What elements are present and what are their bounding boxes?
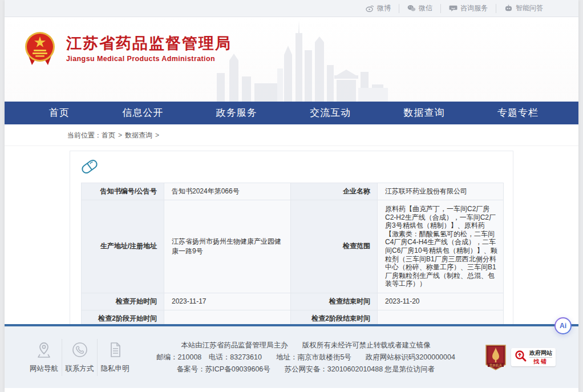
topbar-consult-label: 咨询服务 <box>460 3 488 13</box>
brand-text: 江苏省药品监督管理局 Jiangsu Medical Products Admi… <box>66 34 232 63</box>
breadcrumb: 当前位置：首页>数据查询> <box>5 124 578 146</box>
topbar-wechat-link[interactable]: 微信 <box>399 4 440 13</box>
phone-icon <box>72 341 88 360</box>
breadcrumb-home-link[interactable]: 首页 <box>102 131 115 139</box>
footer-info-text: 本站由江苏省药品监督管理局主办 版权所有未经许可禁止转载或者建立镜像 邮编：21… <box>132 340 485 375</box>
topbar-weibo-label: 微博 <box>377 3 391 13</box>
table-row: 告知书编号/公告号 告知书2024年第066号 企业名称 江苏联环药业股份有限公… <box>82 183 504 200</box>
topbar-qa-link[interactable]: 智能问答 <box>496 4 551 13</box>
topbar-wechat-label: 微信 <box>419 3 432 13</box>
footer-links: 网站导航 联系方式 隐私申明 <box>26 339 132 376</box>
gov-site-error-report-text: 政府网站 找错 <box>529 350 552 365</box>
footer-badges: 党政机关 政府网站 找错 <box>485 344 556 370</box>
party-gov-badge-text: 党政机关 <box>489 363 503 367</box>
chat-icon <box>449 5 458 12</box>
footer-contact-label: 联系方式 <box>66 364 94 374</box>
footer-contact-link[interactable]: 联系方式 <box>62 339 97 376</box>
topbar-consult-link[interactable]: 咨询服务 <box>440 4 496 13</box>
main-nav: 首页 信息公开 政务服务 交流互动 数据查询 专题专栏 <box>5 102 578 124</box>
document-icon <box>107 341 123 360</box>
gov-site-error-report-badge[interactable]: 政府网站 找错 <box>511 348 556 366</box>
table-row: 生产地址/注册地址 江苏省扬州市扬州生物健康产业园健康一路9号 检查范围 原料药… <box>82 200 504 293</box>
scope-label: 检查范围 <box>291 200 378 293</box>
end-date-label: 检查结束时间 <box>291 293 378 310</box>
address-value: 江苏省扬州市扬州生物健康产业园健康一路9号 <box>164 200 291 293</box>
notice-no-value: 告知书2024年第066号 <box>164 183 291 200</box>
nav-item-info-disclosure[interactable]: 信息公开 <box>122 102 163 124</box>
weibo-icon <box>366 5 374 12</box>
city-skyline-graphic <box>217 21 388 102</box>
national-emblem-logo <box>24 31 56 66</box>
party-gov-badge[interactable]: 党政机关 <box>485 344 507 370</box>
footer-sitemap-link[interactable]: 网站导航 <box>26 339 62 376</box>
footer-line-contact: 邮编：210008 电话：83273610 地址：南京市鼓楼街5号 政府网站标识… <box>132 351 479 363</box>
footer-line-host: 本站由江苏省药品监督管理局主办 版权所有未经许可禁止转载或者建立镜像 <box>132 340 479 351</box>
end-date-value: 2023-11-20 <box>378 293 504 310</box>
nav-item-home[interactable]: 首页 <box>49 102 70 124</box>
start-date-value: 2023-11-17 <box>164 293 291 310</box>
address-label: 生产地址/注册地址 <box>82 200 164 293</box>
nav-item-interaction[interactable]: 交流互动 <box>310 102 351 124</box>
footer-sitemap-label: 网站导航 <box>30 364 58 374</box>
topbar-weibo-link[interactable]: 微博 <box>358 4 399 13</box>
magnifier-icon <box>513 349 527 365</box>
footer-privacy-link[interactable]: 隐私申明 <box>97 339 132 376</box>
pill-capsule-icon <box>81 159 98 177</box>
wechat-icon <box>407 5 416 12</box>
company-value: 江苏联环药业股份有限公司 <box>378 183 504 200</box>
site-subtitle: Jiangsu Medical Products Administration <box>66 55 232 63</box>
page: 微博 微信 咨询服务 智能问答 <box>5 0 578 392</box>
ai-assistant-button[interactable]: Ai <box>554 317 572 334</box>
topbar-qa-label: 智能问答 <box>516 3 543 13</box>
notice-no-label: 告知书编号/公告号 <box>82 183 164 200</box>
company-label: 企业名称 <box>291 183 378 200</box>
site-banner: 江苏省药品监督管理局 Jiangsu Medical Products Admi… <box>5 17 578 102</box>
footer-privacy-label: 隐私申明 <box>101 364 129 374</box>
footer-line-icp: 备案号：苏ICP备09039606号 苏公网安备：32010602010488 … <box>132 363 479 375</box>
nav-item-special-topics[interactable]: 专题专栏 <box>497 102 539 124</box>
footer: Ai 网站导航 联系方式 隐私申明 本站由江苏省药品监督管理局主办 版权所有未经… <box>5 324 578 388</box>
nav-item-gov-services[interactable]: 政务服务 <box>216 102 257 124</box>
brand-block[interactable]: 江苏省药品监督管理局 Jiangsu Medical Products Admi… <box>24 31 232 66</box>
robot-icon <box>504 5 513 12</box>
table-row: 检查开始时间 2023-11-17 检查结束时间 2023-11-20 <box>82 293 504 310</box>
start-date-label: 检查开始时间 <box>82 293 164 310</box>
breadcrumb-data-query-link[interactable]: 数据查询 <box>125 131 152 139</box>
site-title: 江苏省药品监督管理局 <box>66 34 232 54</box>
breadcrumb-prefix: 当前位置： <box>67 131 102 139</box>
top-utility-bar: 微博 微信 咨询服务 智能问答 <box>5 0 578 17</box>
nav-item-data-query[interactable]: 数据查询 <box>404 102 445 124</box>
map-pin-icon <box>36 341 52 360</box>
scope-value: 原料药【曲克芦丁，一车间C2厂房C2-H2生产线（合成），一车间C2厂房3号精烘… <box>378 200 504 293</box>
